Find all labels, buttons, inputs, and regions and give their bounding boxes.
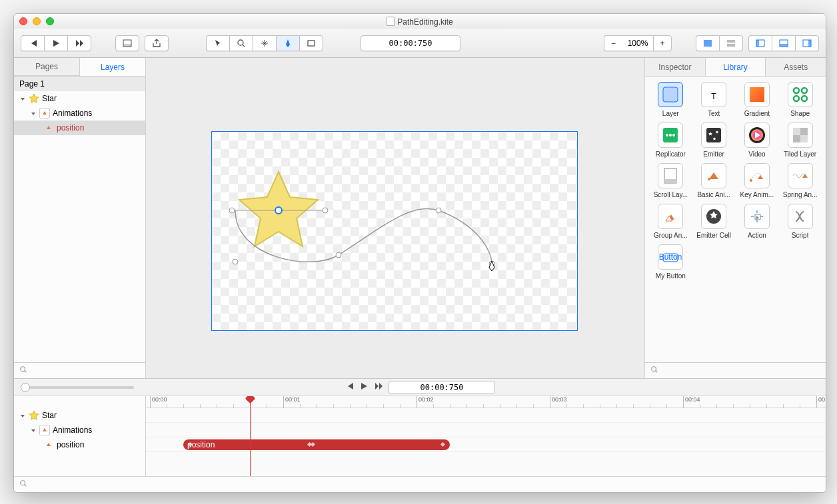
tl-animations-row[interactable]: Animations xyxy=(14,423,145,437)
path-anchor[interactable] xyxy=(436,208,441,213)
library-item-label: Script xyxy=(792,232,809,239)
library-item-gradient[interactable]: Gradient xyxy=(737,82,778,117)
pages-tab[interactable]: Pages xyxy=(14,58,80,76)
timeline-tracks[interactable]: 00:0000:0100:0200:0300:0400:05 position xyxy=(146,396,826,476)
animations-row[interactable]: Animations xyxy=(14,106,145,121)
timeline-tree[interactable]: Star Animations position xyxy=(14,396,146,476)
library-item-emittercell[interactable]: Emitter Cell xyxy=(694,204,734,239)
animation-clip[interactable]: position xyxy=(183,439,450,450)
toolbar: 00:00:750 − 100% + xyxy=(14,29,826,58)
library-item-script[interactable]: Script xyxy=(780,204,820,239)
svg-point-37 xyxy=(708,178,710,180)
assets-tab[interactable]: Assets xyxy=(765,58,826,76)
layers-tree[interactable]: Page 1 Star Animations position xyxy=(14,77,145,362)
library-item-keyanim[interactable]: Key Anim... xyxy=(737,163,778,198)
timeline-panel: 00:00:750 Star Animations position xyxy=(14,378,826,492)
library-item-label: Video xyxy=(748,150,765,158)
skip-back-button[interactable] xyxy=(21,35,44,51)
library-item-basicanim[interactable]: Basic Ani... xyxy=(694,163,734,198)
zoom-out-button[interactable]: − xyxy=(604,35,622,51)
page-row[interactable]: Page 1 xyxy=(14,77,145,91)
share-button[interactable] xyxy=(145,35,169,51)
toggle-right-panel[interactable] xyxy=(795,35,819,51)
svg-text:Button: Button xyxy=(659,252,682,262)
script-icon xyxy=(788,204,813,229)
library-item-replicator[interactable]: Replicator xyxy=(650,123,691,158)
zoom-tool[interactable] xyxy=(229,35,253,51)
library-item-label: Spring An... xyxy=(783,191,818,198)
timeline-time-display[interactable]: 00:00:750 xyxy=(389,381,495,394)
path-anchor[interactable] xyxy=(336,252,341,258)
library-item-layer[interactable]: Layer xyxy=(650,82,691,117)
playhead[interactable] xyxy=(250,396,251,476)
library-item-emitter[interactable]: Emitter xyxy=(694,123,734,158)
library-item-video[interactable]: Video xyxy=(737,123,778,158)
layer-label: Star xyxy=(42,94,57,103)
library-item-groupanim[interactable]: Group An... xyxy=(650,204,691,239)
library-item-scroll[interactable]: Scroll Lay... xyxy=(650,163,691,198)
text-icon: T xyxy=(701,82,726,107)
zoom-value[interactable]: 100% xyxy=(622,35,653,51)
svg-rect-28 xyxy=(706,128,721,142)
fast-forward-button[interactable] xyxy=(67,35,91,51)
rect-tool[interactable] xyxy=(299,35,323,51)
canvas[interactable] xyxy=(146,58,644,378)
svg-rect-12 xyxy=(808,40,811,47)
tl-layer-row[interactable]: Star xyxy=(14,408,145,423)
library-item-button[interactable]: ButtonMy Button xyxy=(650,244,691,280)
animation-property-row[interactable]: position xyxy=(14,121,145,135)
inspector-tab[interactable]: Inspector xyxy=(645,58,705,76)
shape-icon xyxy=(788,82,813,107)
tl-fast-forward-button[interactable] xyxy=(374,381,383,393)
view-mode-1[interactable] xyxy=(696,35,719,51)
tl-property-row[interactable]: position xyxy=(14,437,145,452)
layer-row-star[interactable]: Star xyxy=(14,91,145,106)
pan-tool[interactable] xyxy=(253,35,276,51)
left-sidebar: Pages Layers Page 1 Star Animations posi xyxy=(14,58,146,378)
artboard[interactable] xyxy=(211,131,578,331)
path-anchor[interactable] xyxy=(233,259,238,264)
svg-point-27 xyxy=(672,134,675,136)
animations-label: Animations xyxy=(53,109,92,118)
library-item-label: Tiled Layer xyxy=(784,150,816,158)
path-anchor-selected[interactable] xyxy=(275,207,282,214)
tl-play-button[interactable] xyxy=(359,381,369,393)
library-item-label: Shape xyxy=(790,110,810,117)
emittercell-icon xyxy=(701,204,726,229)
tiled-icon xyxy=(788,123,813,148)
library-tab[interactable]: Library xyxy=(705,58,766,76)
library-item-label: Text xyxy=(708,110,720,117)
timeline-zoom-slider[interactable] xyxy=(21,386,134,389)
toggle-bottom-panel[interactable] xyxy=(772,35,795,51)
button-icon: Button xyxy=(658,244,683,270)
library-item-tiled[interactable]: Tiled Layer xyxy=(780,123,820,158)
library-item-action[interactable]: Action xyxy=(737,204,778,239)
animation-icon xyxy=(43,439,54,450)
sidebar-search[interactable] xyxy=(14,362,145,378)
disclosure-icon[interactable] xyxy=(30,110,37,117)
library-item-text[interactable]: TText xyxy=(694,82,734,117)
animation-icon xyxy=(43,123,54,133)
library-item-label: Group An... xyxy=(654,232,688,239)
layers-tab[interactable]: Layers xyxy=(80,58,145,76)
library-search[interactable] xyxy=(645,362,826,378)
time-display[interactable]: 00:00:750 xyxy=(361,35,460,51)
search-icon xyxy=(19,366,27,374)
timeline-search[interactable] xyxy=(14,476,826,492)
pen-tool[interactable] xyxy=(276,35,299,51)
timeline-panel-button[interactable] xyxy=(115,35,139,51)
svg-point-42 xyxy=(652,367,656,372)
view-mode-2[interactable] xyxy=(719,35,743,51)
groupanim-icon xyxy=(658,204,683,229)
zoom-in-button[interactable]: + xyxy=(653,35,672,51)
play-button[interactable] xyxy=(44,35,67,51)
library-item-springanim[interactable]: Spring An... xyxy=(780,163,820,198)
springanim-icon xyxy=(788,163,813,188)
toggle-left-panel[interactable] xyxy=(748,35,772,51)
disclosure-icon[interactable] xyxy=(19,95,26,102)
tl-skip-back-button[interactable] xyxy=(345,381,354,393)
pointer-tool[interactable] xyxy=(206,35,229,51)
library-item-label: Basic Ani... xyxy=(697,191,730,198)
library-item-label: Gradient xyxy=(744,110,770,117)
library-item-shape[interactable]: Shape xyxy=(780,82,820,117)
